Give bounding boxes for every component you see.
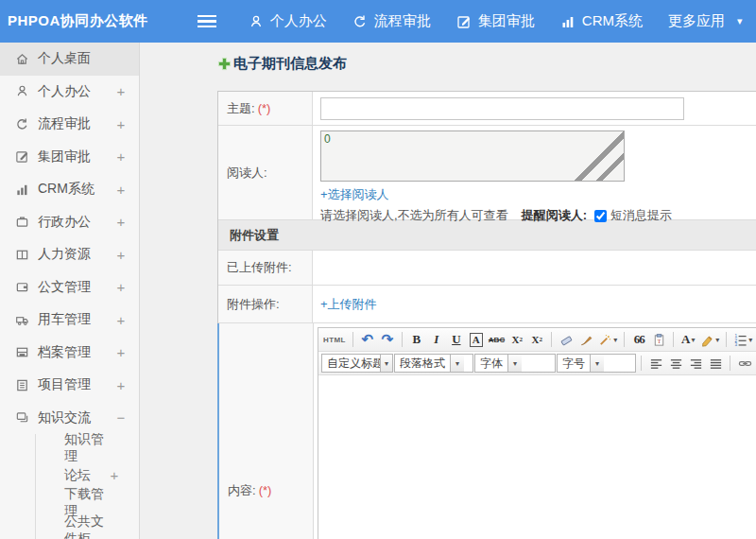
expand-toggle[interactable]: + <box>115 214 127 230</box>
sidebar-item-human-resources[interactable]: 人力资源 + <box>0 238 139 271</box>
sidebar-item-workflow-approval[interactable]: 流程审批 + <box>0 108 139 141</box>
collapse-toggle[interactable]: − <box>115 409 127 426</box>
nav-group-approval[interactable]: 集团审批 <box>456 12 535 30</box>
heading-select[interactable]: 自定义标题 ▾ <box>321 354 393 373</box>
person-icon <box>15 84 29 98</box>
caret-down-icon: ▾ <box>450 355 464 372</box>
paste-icon[interactable]: T <box>649 330 668 350</box>
auto-format-wand-icon[interactable]: ▾ <box>596 330 619 350</box>
edit-icon <box>456 14 472 29</box>
app-window: PHPOA协同办公软件 个人办公 流程审批 集团审批 CRM系统 更多应用 ▾ <box>0 0 756 539</box>
nav-personal-office[interactable]: 个人办公 <box>249 12 327 30</box>
attachment-section-title: 附件设置 <box>230 227 279 244</box>
insert-link-icon[interactable] <box>735 354 754 374</box>
highlight-color-icon[interactable]: ▾ <box>698 330 721 350</box>
expand-toggle[interactable]: + <box>115 247 127 263</box>
sidebar-subitem-public-file-cabinet[interactable]: 公共文件柜 <box>36 516 139 539</box>
form-row-uploaded-attachments: 已上传附件: <box>218 251 756 286</box>
sidebar-label: 项目管理 <box>38 376 115 393</box>
sidebar-item-personal-desktop[interactable]: 个人桌面 <box>0 43 139 76</box>
format-brush-icon[interactable] <box>576 330 595 350</box>
bold-button[interactable]: B <box>407 330 426 350</box>
expand-toggle[interactable]: + <box>115 83 127 99</box>
paragraph-format-select[interactable]: 段落格式 ▾ <box>394 354 473 373</box>
menu-toggle-icon[interactable] <box>198 15 216 27</box>
align-center-icon[interactable] <box>666 354 685 374</box>
sidebar-label: 行政办公 <box>38 214 115 231</box>
ordered-list-icon[interactable]: 123▾ <box>731 330 754 350</box>
publish-form: 主题: (*) 阅读人: 0 +选择阅读人 <box>217 91 756 539</box>
subject-input[interactable] <box>320 97 684 120</box>
content-label-cell: 内容: (*) <box>219 323 314 539</box>
sidebar-subitem-knowledge-management[interactable]: 知识管理 <box>36 434 139 461</box>
toolbar-separator <box>624 332 625 347</box>
font-border-button[interactable]: A <box>467 330 486 350</box>
sidebar-item-knowledge-exchange[interactable]: 知识交流 − <box>0 402 139 435</box>
align-justify-icon[interactable] <box>706 354 725 374</box>
sidebar-label: 用车管理 <box>38 311 115 328</box>
underline-button[interactable]: U <box>447 330 466 350</box>
font-family-select[interactable]: 字体 ▾ <box>474 354 556 373</box>
sms-notify-checkbox[interactable] <box>594 210 607 222</box>
expand-toggle[interactable]: + <box>115 312 127 328</box>
nav-crm-system[interactable]: CRM系统 <box>560 12 643 30</box>
superscript-button[interactable]: X2 <box>507 330 526 350</box>
page-header: 电子期刊信息发布 <box>217 55 756 73</box>
expand-toggle[interactable]: + <box>115 182 127 198</box>
form-row-content: 内容: (*) HTML ↶ ↷ B I <box>217 323 756 539</box>
upload-attachment-link[interactable]: +上传附件 <box>320 296 377 313</box>
add-plus-icon <box>217 57 232 71</box>
sidebar-item-archive-management[interactable]: 档案管理 + <box>0 337 139 370</box>
align-left-icon[interactable] <box>646 354 665 374</box>
sidebar-item-group-approval[interactable]: 集团审批 + <box>0 141 139 174</box>
expand-toggle[interactable]: + <box>115 377 127 393</box>
nav-label: 个人办公 <box>270 12 327 30</box>
sidebar-item-vehicle-management[interactable]: 用车管理 + <box>0 304 139 337</box>
rich-text-editor: HTML ↶ ↷ B I U A ABC X2 <box>318 327 756 539</box>
caret-down-icon: ▾ <box>590 355 604 372</box>
truck-icon <box>15 313 29 327</box>
eraser-icon[interactable] <box>557 330 576 350</box>
subject-label-cell: 主题: (*) <box>218 92 313 125</box>
sidebar-label: CRM系统 <box>38 181 115 198</box>
sidebar-item-personal-office[interactable]: 个人办公 + <box>0 76 139 109</box>
toolbar-separator <box>402 332 403 347</box>
readers-hint: 请选择阅读人,不选为所有人可查看 <box>320 207 508 224</box>
archive-icon <box>15 345 29 359</box>
source-code-button[interactable]: HTML <box>321 330 348 350</box>
caret-down-icon: ▾ <box>380 355 392 372</box>
strikethrough-button[interactable]: ABC <box>487 330 507 350</box>
redo-icon[interactable]: ↷ <box>378 330 397 350</box>
expand-toggle[interactable]: + <box>115 148 127 165</box>
nav-more-apps[interactable]: 更多应用 ▾ <box>668 12 743 30</box>
font-size-select[interactable]: 字号 ▾ <box>557 354 636 373</box>
expand-toggle[interactable]: + <box>115 116 127 132</box>
expand-toggle[interactable]: + <box>115 279 127 295</box>
uploaded-attachments-label: 已上传附件: <box>227 259 292 276</box>
expand-toggle[interactable]: + <box>109 467 120 483</box>
sidebar-item-admin-office[interactable]: 行政办公 + <box>0 206 139 239</box>
nav-workflow-approval[interactable]: 流程审批 <box>352 12 431 30</box>
top-bar: PHPOA协同办公软件 个人办公 流程审批 集团审批 CRM系统 更多应用 ▾ <box>0 0 756 43</box>
caret-down-icon: ▾ <box>507 355 522 372</box>
expand-toggle[interactable]: + <box>115 344 127 360</box>
font-color-button[interactable]: A▾ <box>679 330 697 350</box>
book-icon <box>15 248 29 262</box>
content-label: 内容: <box>228 482 256 499</box>
sidebar-item-project-management[interactable]: 项目管理 + <box>0 369 139 402</box>
subject-label: 主题: <box>227 100 255 117</box>
undo-icon[interactable]: ↶ <box>358 330 377 350</box>
sidebar-label: 知识管理 <box>64 431 109 465</box>
toolbar-separator <box>726 332 727 347</box>
align-right-icon[interactable] <box>686 354 705 374</box>
nav-label: 流程审批 <box>374 12 431 30</box>
readers-textarea[interactable]: 0 <box>320 130 625 182</box>
sidebar-item-document-management[interactable]: 公文管理 + <box>0 271 139 304</box>
blockquote-button[interactable]: 66 <box>629 330 648 350</box>
sidebar-item-crm-system[interactable]: CRM系统 + <box>0 173 139 206</box>
editor-content-area[interactable] <box>318 375 756 539</box>
select-readers-link[interactable]: +选择阅读人 <box>320 186 389 203</box>
subscript-button[interactable]: X2 <box>527 330 546 350</box>
app-title: PHPOA协同办公软件 <box>0 12 148 30</box>
italic-button[interactable]: I <box>427 330 446 350</box>
